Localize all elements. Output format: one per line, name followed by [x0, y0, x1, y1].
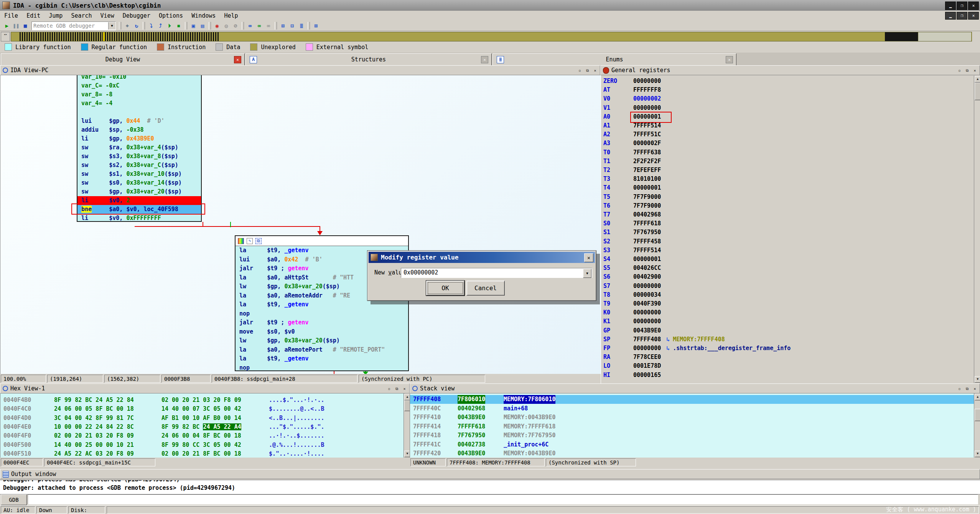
add-breakpoint-icon[interactable]: ◎ [222, 21, 231, 30]
structures-window-icon[interactable]: ⊠ [311, 21, 321, 30]
hex-row[interactable]: 0040F4F002 00 20 21 03 20 F8 0924 06 00 … [0, 431, 404, 440]
stack-scrollbar[interactable]: ▲ ▼ [974, 393, 980, 458]
scroll-down-icon[interactable]: ▼ [975, 376, 980, 383]
hex-close-icon[interactable]: ✕ [401, 386, 408, 392]
dialog-title-bar[interactable]: Modify register value ✕ [369, 252, 595, 263]
registers-restore-icon[interactable]: ▫ [956, 68, 963, 74]
register-row[interactable]: S07FFFF618 [603, 219, 661, 228]
hex-row[interactable]: 0040F50014 40 00 25 00 00 10 218F 99 80 … [0, 441, 404, 450]
new-value-input[interactable]: 0x00000002 ▼ [401, 268, 592, 278]
hex-float-icon[interactable]: ⧉ [394, 386, 400, 392]
stack-view-title-bar[interactable]: Stack view ▫ ⧉ ✕ [410, 383, 980, 393]
refresh-debugger-memory-icon[interactable]: ↻ [132, 21, 141, 30]
menu-options[interactable]: Options [155, 12, 187, 20]
registers-scrollbar[interactable]: ▲ ▼ [974, 76, 980, 383]
menu-edit[interactable]: Edit [22, 12, 44, 20]
step-over-icon[interactable]: ⤴ [156, 21, 165, 30]
register-row[interactable]: K000000000 [603, 308, 661, 317]
register-row[interactable]: V000000002 [603, 94, 661, 103]
register-row[interactable]: V100000000 [603, 104, 661, 112]
registers-close-icon[interactable]: ✕ [972, 68, 978, 74]
scroll-up-icon[interactable]: ▲ [975, 76, 980, 83]
stack-restore-icon[interactable]: ▫ [956, 386, 963, 392]
register-row[interactable]: S17F767950 [603, 228, 661, 237]
minimize-button[interactable]: ▁ [945, 2, 956, 10]
run-until-cursor-icon[interactable]: ⏹ [174, 21, 183, 30]
stack-row[interactable]: 7FFFF40C00402968main+68 [410, 404, 974, 413]
code-line[interactable] [77, 108, 201, 117]
register-row[interactable]: GP0043B9E0 [603, 326, 661, 335]
code-line[interactable]: var_8= -8 [77, 90, 201, 99]
close-button[interactable]: ✕ [968, 2, 979, 10]
add-watch-icon[interactable]: ∞ [255, 21, 264, 30]
ida-view-restore-icon[interactable]: ▫ [576, 68, 583, 74]
register-row[interactable]: LO0001E78D [603, 362, 661, 370]
register-row[interactable]: S600402900 [603, 273, 661, 281]
code-line[interactable]: jalr $t9 ; getenv [236, 318, 408, 327]
register-row[interactable]: T700402968 [603, 210, 661, 219]
code-line[interactable]: li $v0, 0xFFFFFFFF [77, 214, 201, 223]
code-line[interactable]: var_4= -4 [77, 99, 201, 108]
hex-row[interactable]: 0040F4C024 06 00 05 8F BC 00 1814 40 00 … [0, 405, 404, 413]
maximize-button[interactable]: ❐ [957, 2, 967, 10]
code-line[interactable]: lw $gp, 0x38+var_20($sp) [236, 336, 408, 345]
menu-jump[interactable]: Jump [44, 12, 67, 20]
step-into-icon[interactable]: ⤵ [147, 21, 156, 30]
registers-title-bar[interactable]: General registers ▫ ⧉ ✕ [600, 65, 980, 75]
navband-scroll-buttons[interactable]: ◂▸ [1, 32, 10, 41]
ok-button[interactable]: OK [426, 281, 464, 296]
registers-list[interactable]: ZERO00000000ATFFFFFFF8V000000002V1000000… [601, 75, 980, 383]
segment-list-icon[interactable]: ≣ [297, 21, 306, 30]
tab-enums[interactable]: ≣Enums✕ [492, 53, 736, 66]
register-row[interactable]: T67F7F9000 [603, 202, 661, 210]
code-line[interactable]: sw $s2, 0x38+var_C($sp) [77, 161, 201, 170]
register-row[interactable]: S37FFFF514 [603, 246, 661, 255]
menu-search[interactable]: Search [67, 12, 96, 20]
command-input[interactable] [28, 494, 978, 504]
tab-close-icon[interactable]: ✕ [234, 56, 241, 63]
node-edit-icon[interactable]: ✎ [247, 238, 253, 244]
window-list-icon[interactable]: ▤ [198, 21, 207, 30]
scrollbar-thumb[interactable] [975, 83, 980, 100]
breakpoint-list-icon[interactable]: ◉ [212, 21, 222, 30]
scrollbar-thumb[interactable] [975, 409, 980, 421]
output-log[interactable]: Debugger: process has been started (pid=… [0, 480, 980, 494]
tab-close-icon[interactable]: ✕ [726, 56, 733, 63]
code-line[interactable]: la $t9, _getenv [236, 300, 408, 309]
stack-row[interactable]: 7FFFF4147FFFF618MEMORY:7FFFF618 [410, 422, 974, 431]
start-process-icon[interactable]: ▶ [2, 21, 12, 30]
register-row[interactable]: RA7F78CEE0 [603, 353, 661, 362]
code-line[interactable]: sw $s3, 0x38+var_8($sp) [77, 152, 201, 161]
code-line[interactable]: addiu $sp, -0x38 [77, 126, 201, 134]
stack-row[interactable]: 7FFFF4087F806010MEMORY:7F806010 [410, 395, 974, 404]
hex-restore-icon[interactable]: ▫ [386, 386, 392, 392]
code-line[interactable]: lui $gp, 0x44 # 'D' [77, 117, 201, 126]
tab-structures[interactable]: AStructures✕ [245, 53, 492, 66]
delete-watch-icon[interactable]: ∞ [264, 21, 273, 30]
ida-view-float-icon[interactable]: ⧉ [584, 68, 591, 74]
register-row[interactable]: ATFFFFFFF8 [603, 86, 661, 94]
gdb-tab[interactable]: GDB [1, 494, 27, 505]
register-row[interactable]: HI00000165 [603, 371, 661, 380]
pause-process-icon[interactable]: ❚❚ [12, 21, 21, 30]
basic-block-1[interactable]: var_10= -0x10var_C= -0xCvar_8= -8var_4= … [77, 75, 202, 222]
scroll-up-icon[interactable]: ▲ [975, 394, 980, 400]
combo-dropdown-icon[interactable]: ▼ [583, 269, 591, 278]
code-line[interactable]: var_C= -0xC [77, 81, 201, 90]
hex-scrollbar[interactable]: ▲ ▼ [404, 393, 410, 458]
hex-dump[interactable]: 0040F4B08F 99 82 BC 24 A5 22 8402 00 20 … [0, 393, 404, 458]
output-window-title-bar[interactable]: Output window [0, 469, 980, 479]
register-row[interactable]: K100000000 [603, 317, 661, 326]
register-row[interactable]: T12F2F2F2F [603, 157, 661, 166]
stack-row[interactable]: 7FFFF4100043B9E0MEMORY:0043B9E0 [410, 413, 974, 422]
register-row[interactable]: A17FFFF514 [603, 121, 661, 130]
stop-process-icon[interactable]: ■ [21, 21, 30, 30]
code-line[interactable]: sw $gp, 0x38+var_20($sp) [77, 187, 201, 196]
mdi-close-button[interactable]: ✕ [968, 12, 979, 20]
register-row[interactable]: SP7FFFF408↳MEMORY:7FFFF408 [603, 335, 725, 344]
hex-row[interactable]: 0040F4D03C 04 00 42 8F 99 81 7CAF B1 00 … [0, 414, 404, 423]
register-row[interactable]: T07FFFF638 [603, 148, 661, 157]
module-list-icon[interactable]: ⊞ [278, 21, 288, 30]
code-line[interactable]: la $a0, aRemotePort # "REMOTE_PORT" [236, 345, 408, 355]
run-until-return-icon[interactable]: ⏵ [165, 21, 174, 30]
